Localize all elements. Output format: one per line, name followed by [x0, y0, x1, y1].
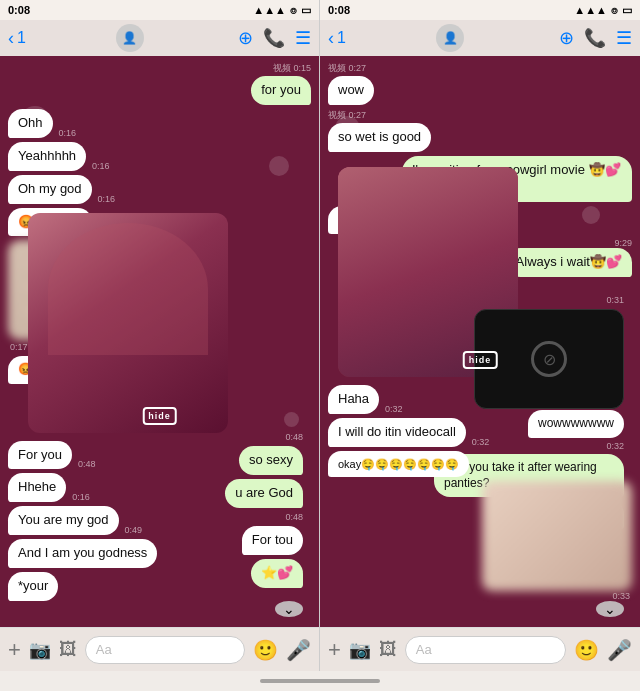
left-chat-area: 视频 0:15 for you Ohh 0:16 Yeahhhhh 0:16 O… [0, 56, 319, 627]
wifi-icon-left: ⌾ [290, 4, 297, 16]
right-plus-icon[interactable]: + [328, 637, 341, 663]
right-message-input[interactable]: Aa [405, 636, 566, 664]
left-emoji-icon[interactable]: 🙂 [253, 638, 278, 662]
right-camera-icon[interactable]: 📷 [349, 639, 371, 661]
right-back-arrow: ‹ [328, 28, 334, 49]
bubble-oh-my-god: Oh my god [8, 175, 92, 204]
right-avatar: 👤 [436, 24, 464, 52]
right-scroll-down-button[interactable]: ⌄ [596, 601, 624, 617]
battery-icon-left: ▭ [301, 4, 311, 17]
profile-image-container: hide 0:48 so sexy u are God 0:48 For tou… [8, 392, 311, 433]
bubble-so-wet: so wet is good [328, 123, 431, 152]
right-back-number: 1 [337, 29, 346, 47]
status-time-right: 0:08 [328, 4, 350, 16]
status-time-left: 0:08 [8, 4, 30, 16]
bubble-for-you: for you [251, 76, 311, 105]
right-hide-watermark: hide [463, 351, 498, 369]
bubble-godness: And I am you godness [8, 539, 157, 568]
hide-watermark: hide [142, 407, 177, 425]
right-input-bar: + 📷 🖼 Aa 🙂 🎤 [320, 627, 640, 671]
right-panel: ‹ 1 👤 ⊕ 📞 ☰ 视频 0:27 wow [320, 20, 640, 671]
left-back-number: 1 [17, 29, 26, 47]
signal-icon-right: ▲▲▲ [574, 4, 607, 16]
right-back-button[interactable]: ‹ 1 [328, 28, 346, 49]
bubble-so-sexy: so sexy [239, 446, 303, 475]
msg-row: 视频 0:27 wow [328, 62, 632, 105]
left-search-icon[interactable]: ⊕ [238, 27, 253, 49]
bubble-ohh: Ohh [8, 109, 53, 138]
bubble-always-wait: Always i wait🤠💕 [506, 248, 632, 277]
bubble-yeahhhhh: Yeahhhhh [8, 142, 86, 171]
right-nav-bar: ‹ 1 👤 ⊕ 📞 ☰ [320, 20, 640, 56]
left-input-bar: + 📷 🖼 Aa 🙂 🎤 [0, 627, 319, 671]
right-emoji-icon[interactable]: 🙂 [574, 638, 599, 662]
wifi-icon-right: ⌾ [611, 4, 618, 16]
left-message-input[interactable]: Aa [85, 636, 245, 664]
left-plus-icon[interactable]: + [8, 637, 21, 663]
bubble-wow: wow [328, 76, 374, 105]
bubble-you-are-my-god: You are my god [8, 506, 119, 535]
right-chat-area: 视频 0:27 wow 视频 0:27 so wet is good I'm w… [320, 56, 640, 627]
msg-row: 视频 0:15 for you [8, 62, 311, 105]
bubble-your: *your [8, 572, 58, 601]
bubble-hhehe: Hhehe [8, 473, 66, 502]
msg-row: Yeahhhhh 0:16 [8, 142, 311, 171]
signal-icon-left: ▲▲▲ [253, 4, 286, 16]
left-phone-icon[interactable]: 📞 [263, 27, 285, 49]
left-back-arrow: ‹ [8, 28, 14, 49]
blurred-video-thumbnail [482, 481, 632, 591]
bubble-for-you2: For you [8, 441, 72, 470]
home-indicator [260, 679, 380, 683]
bubble-for-tou: For tou [242, 526, 303, 555]
right-phone-icon[interactable]: 📞 [584, 27, 606, 49]
right-gallery-icon[interactable]: 🖼 [379, 639, 397, 660]
right-search-icon[interactable]: ⊕ [559, 27, 574, 49]
bubble-wowwwwwww: wowwwwwww [528, 410, 624, 438]
bubble-videocall: I will do itin videocall [328, 418, 466, 447]
left-panel: ‹ 1 👤 ⊕ 📞 ☰ 视频 0:15 [0, 20, 320, 671]
bubble-star: ⭐💕 [251, 559, 303, 588]
left-back-button[interactable]: ‹ 1 [8, 28, 26, 49]
scroll-down-button[interactable]: ⌄ [275, 601, 303, 617]
left-camera-icon[interactable]: 📷 [29, 639, 51, 661]
bubble-haha2: Haha [328, 385, 379, 414]
right-mic-icon[interactable]: 🎤 [607, 638, 632, 662]
bubble-okay: okay🤤🤤🤤🤤🤤🤤🤤 [328, 451, 469, 477]
right-menu-icon[interactable]: ☰ [616, 27, 632, 49]
bubble-u-are-god: u are God [225, 479, 303, 508]
msg-row: 视频 0:27 so wet is good [328, 109, 632, 152]
left-gallery-icon[interactable]: 🖼 [59, 639, 77, 660]
left-menu-icon[interactable]: ☰ [295, 27, 311, 49]
msg-row: Ohh 0:16 [8, 109, 311, 138]
battery-icon-right: ▭ [622, 4, 632, 17]
left-mic-icon[interactable]: 🎤 [286, 638, 311, 662]
left-avatar: 👤 [116, 24, 144, 52]
profile-image-container-right: 0:31 ⊘ wowwwwwww 0:32 Can you take it af… [328, 285, 632, 377]
msg-row: Oh my god 0:16 [8, 175, 311, 204]
left-nav-bar: ‹ 1 👤 ⊕ 📞 ☰ [0, 20, 319, 56]
